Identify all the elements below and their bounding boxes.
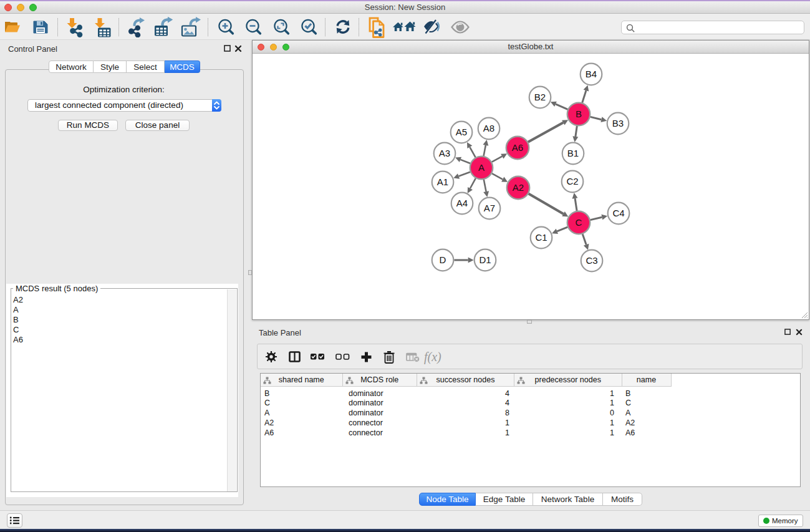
svg-text:C3: C3 — [586, 255, 597, 266]
svg-text:B2: B2 — [534, 92, 546, 102]
svg-text:A: A — [478, 162, 485, 173]
svg-text:A7: A7 — [484, 203, 495, 213]
svg-text:C2: C2 — [566, 176, 578, 186]
svg-text:A1: A1 — [437, 177, 448, 187]
svg-text:B: B — [576, 109, 582, 119]
svg-text:D: D — [440, 254, 446, 265]
svg-text:A4: A4 — [456, 198, 468, 208]
svg-text:D1: D1 — [479, 254, 491, 265]
svg-text:A3: A3 — [439, 148, 450, 158]
svg-text:B4: B4 — [586, 69, 597, 79]
svg-text:B3: B3 — [612, 118, 624, 128]
svg-text:A8: A8 — [483, 123, 494, 133]
svg-text:C1: C1 — [535, 232, 547, 243]
svg-text:C4: C4 — [612, 208, 624, 218]
svg-text:C: C — [576, 217, 582, 228]
svg-text:A6: A6 — [512, 142, 523, 153]
svg-text:B1: B1 — [567, 148, 579, 158]
svg-text:A2: A2 — [513, 182, 524, 193]
svg-text:A5: A5 — [456, 127, 467, 137]
